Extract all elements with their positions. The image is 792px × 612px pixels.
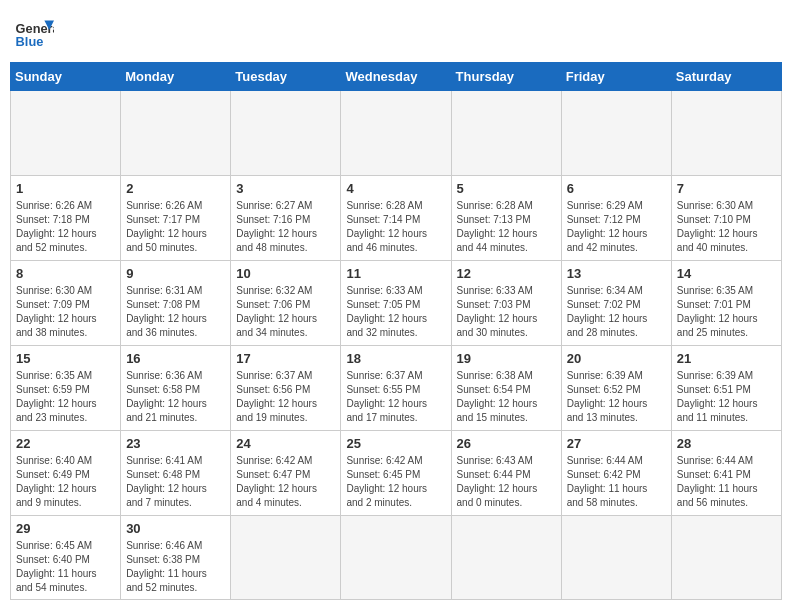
calendar-cell: 24Sunrise: 6:42 AMSunset: 6:47 PMDayligh… [231,431,341,516]
calendar-cell: 20Sunrise: 6:39 AMSunset: 6:52 PMDayligh… [561,346,671,431]
calendar-cell [451,91,561,176]
day-number: 25 [346,435,445,453]
calendar-cell: 2Sunrise: 6:26 AMSunset: 7:17 PMDaylight… [121,176,231,261]
day-detail: Sunrise: 6:37 AMSunset: 6:55 PMDaylight:… [346,369,445,425]
calendar-cell: 12Sunrise: 6:33 AMSunset: 7:03 PMDayligh… [451,261,561,346]
day-detail: Sunrise: 6:39 AMSunset: 6:51 PMDaylight:… [677,369,776,425]
calendar-cell: 8Sunrise: 6:30 AMSunset: 7:09 PMDaylight… [11,261,121,346]
calendar-cell: 13Sunrise: 6:34 AMSunset: 7:02 PMDayligh… [561,261,671,346]
calendar-cell: 5Sunrise: 6:28 AMSunset: 7:13 PMDaylight… [451,176,561,261]
page-header: General Blue [10,10,782,54]
day-number: 10 [236,265,335,283]
day-detail: Sunrise: 6:43 AMSunset: 6:44 PMDaylight:… [457,454,556,510]
day-detail: Sunrise: 6:37 AMSunset: 6:56 PMDaylight:… [236,369,335,425]
day-number: 16 [126,350,225,368]
day-number: 23 [126,435,225,453]
calendar-cell: 6Sunrise: 6:29 AMSunset: 7:12 PMDaylight… [561,176,671,261]
calendar-cell [231,91,341,176]
day-number: 8 [16,265,115,283]
calendar-cell: 10Sunrise: 6:32 AMSunset: 7:06 PMDayligh… [231,261,341,346]
calendar-cell [121,91,231,176]
calendar-cell: 9Sunrise: 6:31 AMSunset: 7:08 PMDaylight… [121,261,231,346]
day-number: 19 [457,350,556,368]
calendar-cell [671,91,781,176]
calendar-cell: 15Sunrise: 6:35 AMSunset: 6:59 PMDayligh… [11,346,121,431]
day-number: 21 [677,350,776,368]
calendar-cell: 19Sunrise: 6:38 AMSunset: 6:54 PMDayligh… [451,346,561,431]
day-number: 22 [16,435,115,453]
day-detail: Sunrise: 6:42 AMSunset: 6:45 PMDaylight:… [346,454,445,510]
calendar-cell [231,516,341,600]
col-header-monday: Monday [121,63,231,91]
day-detail: Sunrise: 6:46 AMSunset: 6:38 PMDaylight:… [126,539,225,595]
calendar-cell [451,516,561,600]
calendar-cell [671,516,781,600]
day-detail: Sunrise: 6:27 AMSunset: 7:16 PMDaylight:… [236,199,335,255]
day-number: 14 [677,265,776,283]
calendar-cell: 7Sunrise: 6:30 AMSunset: 7:10 PMDaylight… [671,176,781,261]
day-number: 4 [346,180,445,198]
calendar-cell: 26Sunrise: 6:43 AMSunset: 6:44 PMDayligh… [451,431,561,516]
day-detail: Sunrise: 6:26 AMSunset: 7:18 PMDaylight:… [16,199,115,255]
col-header-thursday: Thursday [451,63,561,91]
day-detail: Sunrise: 6:28 AMSunset: 7:13 PMDaylight:… [457,199,556,255]
day-number: 2 [126,180,225,198]
day-number: 5 [457,180,556,198]
day-detail: Sunrise: 6:44 AMSunset: 6:41 PMDaylight:… [677,454,776,510]
calendar-cell: 23Sunrise: 6:41 AMSunset: 6:48 PMDayligh… [121,431,231,516]
day-number: 6 [567,180,666,198]
day-detail: Sunrise: 6:28 AMSunset: 7:14 PMDaylight:… [346,199,445,255]
day-detail: Sunrise: 6:30 AMSunset: 7:09 PMDaylight:… [16,284,115,340]
col-header-wednesday: Wednesday [341,63,451,91]
col-header-sunday: Sunday [11,63,121,91]
day-detail: Sunrise: 6:31 AMSunset: 7:08 PMDaylight:… [126,284,225,340]
day-number: 26 [457,435,556,453]
calendar-cell [561,91,671,176]
day-number: 13 [567,265,666,283]
day-number: 3 [236,180,335,198]
calendar-cell: 29Sunrise: 6:45 AMSunset: 6:40 PMDayligh… [11,516,121,600]
calendar-cell [561,516,671,600]
calendar-cell: 17Sunrise: 6:37 AMSunset: 6:56 PMDayligh… [231,346,341,431]
day-number: 1 [16,180,115,198]
calendar-cell [341,516,451,600]
col-header-saturday: Saturday [671,63,781,91]
day-number: 11 [346,265,445,283]
calendar-cell: 18Sunrise: 6:37 AMSunset: 6:55 PMDayligh… [341,346,451,431]
day-detail: Sunrise: 6:32 AMSunset: 7:06 PMDaylight:… [236,284,335,340]
day-number: 27 [567,435,666,453]
day-number: 15 [16,350,115,368]
calendar-cell: 22Sunrise: 6:40 AMSunset: 6:49 PMDayligh… [11,431,121,516]
day-number: 20 [567,350,666,368]
calendar-cell: 4Sunrise: 6:28 AMSunset: 7:14 PMDaylight… [341,176,451,261]
day-detail: Sunrise: 6:36 AMSunset: 6:58 PMDaylight:… [126,369,225,425]
day-detail: Sunrise: 6:42 AMSunset: 6:47 PMDaylight:… [236,454,335,510]
calendar-cell: 16Sunrise: 6:36 AMSunset: 6:58 PMDayligh… [121,346,231,431]
col-header-tuesday: Tuesday [231,63,341,91]
col-header-friday: Friday [561,63,671,91]
svg-text:Blue: Blue [16,34,44,49]
day-detail: Sunrise: 6:26 AMSunset: 7:17 PMDaylight:… [126,199,225,255]
day-number: 12 [457,265,556,283]
day-detail: Sunrise: 6:40 AMSunset: 6:49 PMDaylight:… [16,454,115,510]
day-detail: Sunrise: 6:38 AMSunset: 6:54 PMDaylight:… [457,369,556,425]
calendar-cell: 30Sunrise: 6:46 AMSunset: 6:38 PMDayligh… [121,516,231,600]
day-number: 17 [236,350,335,368]
day-number: 7 [677,180,776,198]
day-number: 30 [126,520,225,538]
day-detail: Sunrise: 6:33 AMSunset: 7:05 PMDaylight:… [346,284,445,340]
calendar-cell [11,91,121,176]
calendar-cell: 14Sunrise: 6:35 AMSunset: 7:01 PMDayligh… [671,261,781,346]
calendar-cell: 25Sunrise: 6:42 AMSunset: 6:45 PMDayligh… [341,431,451,516]
day-detail: Sunrise: 6:29 AMSunset: 7:12 PMDaylight:… [567,199,666,255]
calendar-cell: 3Sunrise: 6:27 AMSunset: 7:16 PMDaylight… [231,176,341,261]
day-detail: Sunrise: 6:33 AMSunset: 7:03 PMDaylight:… [457,284,556,340]
day-number: 9 [126,265,225,283]
day-number: 24 [236,435,335,453]
calendar-cell [341,91,451,176]
calendar-cell: 1Sunrise: 6:26 AMSunset: 7:18 PMDaylight… [11,176,121,261]
logo: General Blue [14,14,58,54]
calendar-table: SundayMondayTuesdayWednesdayThursdayFrid… [10,62,782,600]
day-detail: Sunrise: 6:30 AMSunset: 7:10 PMDaylight:… [677,199,776,255]
day-number: 29 [16,520,115,538]
